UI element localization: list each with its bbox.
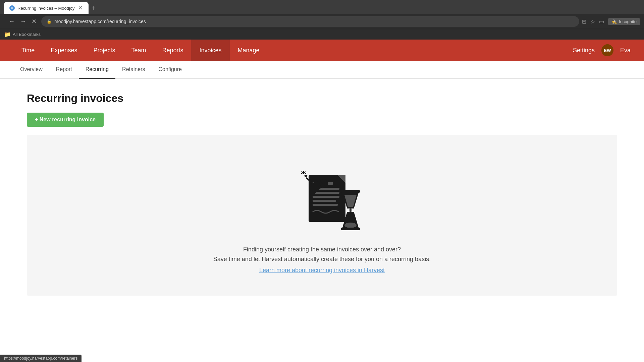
- sub-nav-retainers[interactable]: Retainers: [115, 61, 152, 79]
- bookmarks-label: All Bookmarks: [13, 32, 41, 37]
- tab-favicon: H: [9, 5, 15, 11]
- main-nav: Time Expenses Projects Team Reports Invo…: [13, 40, 573, 61]
- sidebar-icon[interactable]: ▭: [599, 18, 604, 25]
- svg-rect-18: [341, 228, 360, 230]
- svg-rect-7: [313, 200, 336, 202]
- svg-rect-6: [313, 196, 339, 198]
- address-bar[interactable]: 🔒 moodjoy.harvestapp.com/recurring_invoi…: [41, 16, 579, 27]
- incognito-label: Incognito: [619, 19, 637, 24]
- nav-arrows: ← → ✕: [7, 17, 39, 26]
- user-name[interactable]: Eva: [620, 47, 631, 54]
- incognito-badge: 🕵 Incognito: [608, 18, 640, 25]
- sub-nav: Overview Report Recurring Retainers Conf…: [0, 61, 644, 79]
- forward-button[interactable]: →: [18, 17, 28, 26]
- main-content: Recurring invoices + New recurring invoi…: [0, 79, 644, 309]
- lock-icon: 🔒: [47, 19, 52, 24]
- nav-item-expenses[interactable]: Expenses: [43, 40, 85, 61]
- nav-item-manage[interactable]: Manage: [230, 40, 268, 61]
- sub-nav-overview[interactable]: Overview: [13, 61, 49, 79]
- app-header: Time Expenses Projects Team Reports Invo…: [0, 40, 644, 61]
- new-tab-button[interactable]: +: [89, 3, 99, 13]
- nav-item-invoices[interactable]: Invoices: [191, 40, 229, 61]
- incognito-icon: 🕵: [611, 19, 617, 24]
- learn-more-link[interactable]: Learn more about recurring invoices in H…: [259, 267, 385, 274]
- svg-rect-19: [350, 208, 352, 212]
- tab-title: Recurring invoices – Moodjoy: [17, 6, 75, 11]
- browser-tab[interactable]: H Recurring invoices – Moodjoy ✕: [4, 2, 89, 14]
- sub-nav-configure[interactable]: Configure: [152, 61, 189, 79]
- tab-bar: H Recurring invoices – Moodjoy ✕ +: [0, 0, 644, 14]
- svg-point-16: [344, 223, 357, 228]
- sub-nav-recurring[interactable]: Recurring: [79, 61, 115, 79]
- header-right: Settings EW Eva: [573, 44, 631, 56]
- back-button[interactable]: ←: [7, 17, 17, 26]
- nav-item-reports[interactable]: Reports: [154, 40, 191, 61]
- empty-state-illustration: [275, 155, 369, 235]
- star-icon[interactable]: ☆: [590, 18, 595, 25]
- bookmarks-folder-icon: 📁: [4, 31, 11, 38]
- sub-nav-report[interactable]: Report: [49, 61, 79, 79]
- settings-link[interactable]: Settings: [573, 47, 595, 54]
- bookmarks-bar: 📁 All Bookmarks: [0, 29, 644, 40]
- user-avatar: EW: [601, 44, 613, 56]
- nav-item-projects[interactable]: Projects: [85, 40, 123, 61]
- screenshot-icon[interactable]: ⊟: [582, 18, 586, 25]
- page-title: Recurring invoices: [27, 92, 617, 105]
- status-bar: https://moodjoy.harvestapp.com/retainers: [0, 355, 82, 362]
- browser-chrome: H Recurring invoices – Moodjoy ✕ + ← → ✕…: [0, 0, 644, 40]
- empty-state-line2: Save time and let Harvest automatically …: [213, 256, 431, 263]
- address-bar-row: ← → ✕ 🔒 moodjoy.harvestapp.com/recurring…: [0, 14, 644, 29]
- svg-rect-17: [341, 190, 360, 193]
- nav-item-time[interactable]: Time: [13, 40, 43, 61]
- svg-marker-11: [304, 175, 308, 178]
- url-text: moodjoy.harvestapp.com/recurring_invoice…: [54, 19, 574, 24]
- reload-button[interactable]: ✕: [30, 17, 39, 26]
- empty-state-line1: Finding yourself creating the same invoi…: [243, 246, 401, 253]
- empty-state: Finding yourself creating the same invoi…: [27, 135, 617, 296]
- svg-text:H: H: [11, 7, 13, 9]
- nav-item-team[interactable]: Team: [123, 40, 154, 61]
- tab-close-button[interactable]: ✕: [77, 5, 83, 11]
- svg-rect-8: [313, 204, 338, 206]
- address-bar-actions: ⊟ ☆ ▭ 🕵 Incognito: [582, 18, 640, 25]
- new-recurring-invoice-button[interactable]: + New recurring invoice: [27, 113, 104, 127]
